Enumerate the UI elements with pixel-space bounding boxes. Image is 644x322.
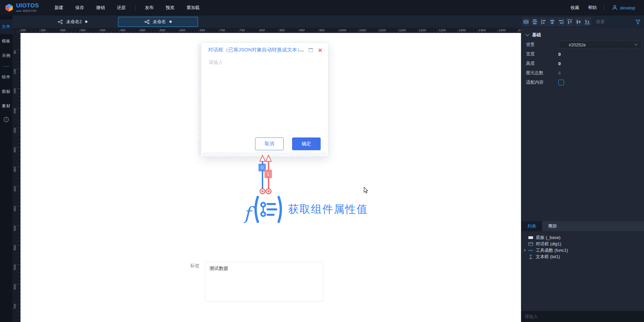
- ruler-label: 650: [200, 28, 205, 32]
- minimize-icon[interactable]: [300, 51, 304, 51]
- ruler-tick: [179, 30, 179, 33]
- ruler-label: 1000: [339, 28, 346, 32]
- expand-chevron-icon[interactable]: >: [524, 248, 526, 252]
- sidebar-item-素材[interactable]: 素材: [0, 99, 12, 113]
- ruler-tick: [358, 30, 358, 33]
- app-subtitle: 前端零代码: [23, 9, 36, 13]
- layers-tab-列表[interactable]: 列表: [521, 221, 542, 231]
- ruler-label: 1250: [439, 28, 446, 32]
- ruler-tick: [99, 30, 99, 33]
- favorite-button[interactable]: 收藏: [570, 5, 579, 11]
- maximize-icon[interactable]: [309, 48, 313, 52]
- align-top-icon[interactable]: [566, 17, 574, 26]
- ruler-tick: [139, 30, 139, 33]
- sidebar-item-图标[interactable]: 图标: [0, 84, 12, 99]
- align-left-icon[interactable]: [539, 17, 548, 26]
- layer-item[interactable]: 文本框 (txt1): [523, 253, 644, 260]
- ruler-label: 100: [13, 67, 16, 76]
- layer-item[interactable]: 对话框 (dlg1): [523, 241, 644, 247]
- search-input[interactable]: [595, 19, 630, 25]
- layers-tab-鹰眼[interactable]: 鹰眼: [542, 221, 563, 231]
- distribute-horizontal-icon[interactable]: [522, 17, 530, 26]
- ruler-tick: [39, 30, 40, 33]
- menu-item-新建[interactable]: 新建: [54, 5, 63, 11]
- distribute-vertical-icon[interactable]: [531, 17, 539, 26]
- design-canvas[interactable]: 对话框（已将JSON对象自动转换成文本） × 请输入 取消 确定 0 1 ƒ: [21, 33, 521, 322]
- ruler-label: 1200: [419, 28, 426, 32]
- layer-label: 工具函数 (func1): [536, 247, 568, 253]
- prop-label: 适配内容: [526, 79, 558, 85]
- file-tab-2[interactable]: 未命名: [118, 17, 198, 27]
- cancel-button[interactable]: 取消: [255, 137, 284, 150]
- align-center-horizontal-icon[interactable]: [574, 17, 582, 26]
- ruler-tick: [59, 30, 60, 33]
- menu-item-保存[interactable]: 保存: [75, 5, 84, 11]
- confirm-button[interactable]: 确定: [292, 137, 321, 150]
- sidebar-item-组件[interactable]: 组件: [0, 70, 12, 84]
- top-right-divider: [604, 5, 604, 10]
- ruler-label: 350: [13, 165, 16, 174]
- ruler-label: 250: [13, 126, 16, 135]
- layers-panel: 列表鹰眼 底板 (_base)对话框 (dlg1)>工具函数 (func1)文本…: [521, 221, 644, 260]
- dialog-icon: [528, 241, 533, 247]
- ruler-tick: [338, 30, 338, 33]
- ruler-label: 200: [13, 107, 16, 115]
- top-right-menu: 收藏 帮助 develop: [570, 5, 644, 11]
- layer-label: 文本框 (txt1): [536, 254, 560, 260]
- menu-item-预览[interactable]: 预览: [166, 5, 174, 11]
- textbox-widget[interactable]: 测试数据: [205, 262, 323, 301]
- ruler-label: 650: [13, 282, 16, 291]
- layer-item[interactable]: >工具函数 (func1): [523, 247, 644, 253]
- layers-list: 底板 (_base)对话框 (dlg1)>工具函数 (func1)文本框 (tx…: [521, 231, 644, 260]
- ruler-tick: [17, 108, 21, 109]
- port-badge-1[interactable]: 1: [265, 170, 272, 178]
- prop-label: 高度: [526, 61, 558, 67]
- ruler-label: 1100: [379, 28, 386, 32]
- close-icon[interactable]: ×: [318, 47, 323, 53]
- ruler-label: 500: [13, 224, 16, 233]
- ruler-tick: [239, 30, 239, 33]
- panel-bottom-input[interactable]: [524, 314, 593, 319]
- prop-label: 背景: [526, 42, 558, 48]
- function-node-label: 获取组件属性值: [288, 202, 368, 217]
- sidebar-item-模板[interactable]: 模板: [0, 34, 12, 48]
- menu-item-还原[interactable]: 还原: [117, 5, 126, 11]
- align-center-vertical-icon[interactable]: [548, 17, 556, 26]
- dialog-widget[interactable]: 对话框（已将JSON对象自动转换成文本） × 请输入 取消 确定: [201, 42, 328, 157]
- file-tab-1[interactable]: 未命名2: [33, 17, 113, 27]
- ruler-label: 750: [240, 28, 245, 32]
- ruler-label: 1350: [479, 28, 486, 32]
- ruler-tick: [219, 30, 219, 33]
- menu-item-撤销[interactable]: 撤销: [96, 5, 105, 11]
- vertical-ruler: 5010015020025030035040045050055060065070…: [12, 33, 21, 322]
- filter-funnel-icon[interactable]: [635, 19, 641, 25]
- prop-value: 0: [558, 52, 561, 57]
- modified-dot: [169, 21, 172, 23]
- section-basic[interactable]: 基础: [521, 28, 644, 40]
- sidebar-item-文件[interactable]: 文件: [0, 19, 12, 34]
- menu-divider: [135, 5, 135, 10]
- help-circle-icon[interactable]: ?: [3, 117, 9, 122]
- ruler-tick: [79, 30, 80, 33]
- user-chip[interactable]: develop: [612, 5, 635, 11]
- sidebar-item-示例[interactable]: 示例: [0, 48, 12, 63]
- properties-panel: 基础 背景#20252e宽度0高度0图元总数6适配内容 列表鹰眼 底板 (_ba…: [521, 28, 644, 322]
- ruler-label: 300: [61, 28, 66, 32]
- menu-item-重加载[interactable]: 重加载: [187, 5, 200, 11]
- basic-properties: 背景#20252e宽度0高度0图元总数6适配内容: [521, 40, 644, 87]
- function-node[interactable]: ƒ 获取组件属性值: [244, 195, 368, 224]
- chevron-down-icon: [525, 32, 529, 36]
- menu-item-发布[interactable]: 发布: [145, 5, 154, 11]
- fit-content-checkbox[interactable]: [558, 80, 564, 85]
- dialog-input-placeholder[interactable]: 请输入: [209, 59, 223, 66]
- help-button[interactable]: 帮助: [588, 5, 597, 11]
- background-color-select[interactable]: #20252e: [558, 41, 642, 49]
- ruler-tick: [119, 30, 119, 33]
- align-right-icon[interactable]: [557, 17, 565, 26]
- align-bottom-icon[interactable]: [583, 17, 591, 26]
- tab-label: 未命名: [153, 19, 166, 25]
- ruler-label: 450: [120, 28, 125, 32]
- layer-item[interactable]: 底板 (_base): [523, 234, 644, 241]
- ruler-tick: [378, 30, 378, 33]
- svg-text:ƒ: ƒ: [244, 203, 255, 224]
